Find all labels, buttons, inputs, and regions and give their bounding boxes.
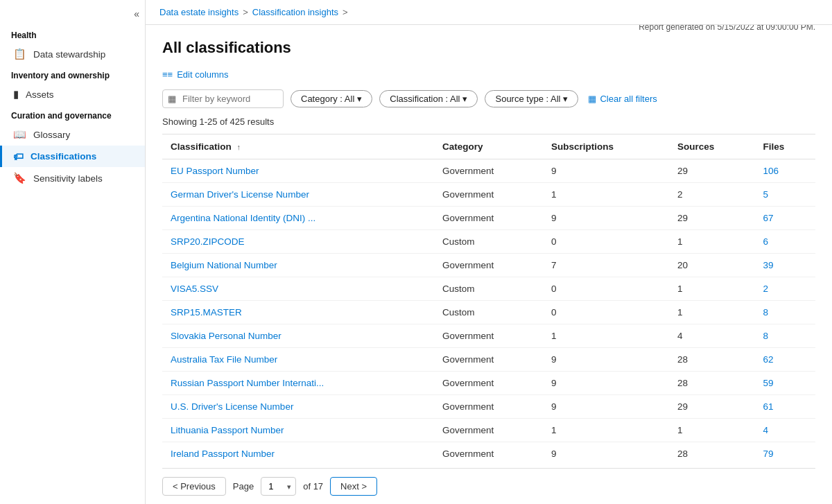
clear-filters-button[interactable]: ▦ Clear all filters bbox=[588, 94, 657, 104]
category-cell: Government bbox=[434, 324, 543, 348]
classification-cell[interactable]: German Driver's License Number bbox=[162, 183, 434, 207]
filter-icon: ▦ bbox=[168, 94, 176, 104]
files-cell[interactable]: 79 bbox=[755, 442, 816, 466]
sort-icon[interactable]: ↑ bbox=[237, 143, 241, 151]
subscriptions-cell: 7 bbox=[543, 254, 669, 277]
page-title: All classifications bbox=[162, 39, 291, 57]
sources-cell: 29 bbox=[669, 159, 754, 183]
col-files: Files bbox=[755, 134, 816, 159]
classification-cell[interactable]: SRP15.MASTER bbox=[162, 301, 434, 324]
files-cell[interactable]: 8 bbox=[755, 301, 816, 324]
col-category: Category bbox=[434, 134, 543, 159]
files-cell[interactable]: 106 bbox=[755, 159, 816, 183]
sidebar-section-inventory: Inventory and ownership bbox=[0, 65, 145, 83]
subscriptions-cell: 9 bbox=[543, 348, 669, 372]
collapse-button[interactable]: « bbox=[134, 8, 139, 19]
subscriptions-cell: 0 bbox=[543, 301, 669, 324]
sidebar-label-classifications: Classifications bbox=[31, 151, 96, 162]
files-cell[interactable]: 4 bbox=[755, 419, 816, 442]
classification-cell[interactable]: Belgium National Number bbox=[162, 254, 434, 277]
table-row: Lithuania Passport NumberGovernment114 bbox=[162, 419, 815, 442]
classifications-table-wrap[interactable]: Classification ↑ Category Subscriptions … bbox=[162, 134, 815, 465]
category-cell: Government bbox=[434, 254, 543, 277]
classifications-icon: 🏷 bbox=[13, 150, 24, 162]
sources-cell: 29 bbox=[669, 395, 754, 419]
sidebar-item-data-stewardship[interactable]: 📋 Data stewardship bbox=[0, 43, 145, 65]
sources-cell: 28 bbox=[669, 442, 754, 466]
content-area: All classifications Report generated on … bbox=[146, 25, 832, 504]
subscriptions-cell: 1 bbox=[543, 419, 669, 442]
classification-cell[interactable]: Slovakia Personal Number bbox=[162, 324, 434, 348]
subscriptions-cell: 9 bbox=[543, 159, 669, 183]
data-stewardship-icon: 📋 bbox=[13, 48, 26, 60]
category-filter-label: Category : All bbox=[301, 94, 354, 104]
subscriptions-cell: 0 bbox=[543, 277, 669, 301]
classification-cell[interactable]: Argentina National Identity (DNI) ... bbox=[162, 207, 434, 230]
glossary-icon: 📖 bbox=[13, 128, 26, 141]
of-label: of 17 bbox=[303, 481, 323, 492]
files-cell[interactable]: 59 bbox=[755, 372, 816, 395]
files-cell[interactable]: 2 bbox=[755, 277, 816, 301]
classification-cell[interactable]: U.S. Driver's License Number bbox=[162, 395, 434, 419]
category-filter-pill[interactable]: Category : All ▾ bbox=[291, 90, 372, 107]
col-classification: Classification ↑ bbox=[162, 134, 434, 159]
keyword-input[interactable] bbox=[162, 89, 284, 108]
classification-cell[interactable]: SRP20.ZIPCODE bbox=[162, 230, 434, 254]
category-chevron-icon: ▾ bbox=[357, 94, 362, 104]
col-sources: Sources bbox=[669, 134, 754, 159]
classification-cell[interactable]: EU Passport Number bbox=[162, 159, 434, 183]
page-select-wrap: 1234567891011121314151617 bbox=[261, 477, 296, 496]
source-type-filter-pill[interactable]: Source type : All ▾ bbox=[485, 90, 578, 107]
table-row: EU Passport NumberGovernment929106 bbox=[162, 159, 815, 183]
files-cell[interactable]: 6 bbox=[755, 230, 816, 254]
subscriptions-cell: 9 bbox=[543, 372, 669, 395]
category-cell: Government bbox=[434, 419, 543, 442]
sources-cell: 20 bbox=[669, 254, 754, 277]
files-cell[interactable]: 8 bbox=[755, 324, 816, 348]
edit-columns-icon: ≡≡ bbox=[162, 69, 173, 80]
pagination: < Previous Page 123456789101112131415161… bbox=[162, 468, 815, 504]
table-body: EU Passport NumberGovernment929106German… bbox=[162, 159, 815, 466]
classification-cell[interactable]: Russian Passport Number Internati... bbox=[162, 372, 434, 395]
breadcrumb-data-estate[interactable]: Data estate insights bbox=[159, 7, 239, 17]
sidebar-collapse-area: « bbox=[0, 6, 145, 25]
table-row: Russian Passport Number Internati...Gove… bbox=[162, 372, 815, 395]
classification-cell[interactable]: Lithuania Passport Number bbox=[162, 419, 434, 442]
report-info: Report generated on 5/15/2022 at 09:00:0… bbox=[639, 25, 815, 32]
classification-cell[interactable]: VISA5.SSV bbox=[162, 277, 434, 301]
files-cell[interactable]: 62 bbox=[755, 348, 816, 372]
sidebar-item-sensitivity-labels[interactable]: 🔖 Sensitivity labels bbox=[0, 167, 145, 189]
breadcrumb-sep-2: > bbox=[343, 7, 348, 17]
table-header-row: Classification ↑ Category Subscriptions … bbox=[162, 134, 815, 159]
classification-filter-pill[interactable]: Classification : All ▾ bbox=[379, 90, 478, 107]
files-cell[interactable]: 61 bbox=[755, 395, 816, 419]
classification-cell[interactable]: Australia Tax File Number bbox=[162, 348, 434, 372]
files-cell[interactable]: 67 bbox=[755, 207, 816, 230]
category-cell: Government bbox=[434, 442, 543, 466]
breadcrumb-classification-insights[interactable]: Classification insights bbox=[252, 7, 338, 17]
filters-bar: ▦ Category : All ▾ Classification : All … bbox=[162, 89, 815, 108]
breadcrumb: Data estate insights > Classification in… bbox=[146, 0, 832, 25]
sidebar-item-glossary[interactable]: 📖 Glossary bbox=[0, 123, 145, 146]
next-button[interactable]: Next > bbox=[330, 477, 377, 496]
sources-cell: 28 bbox=[669, 348, 754, 372]
page-label: Page bbox=[233, 481, 254, 492]
previous-button[interactable]: < Previous bbox=[162, 477, 226, 496]
sidebar-label-glossary: Glossary bbox=[33, 130, 70, 140]
sidebar-item-classifications[interactable]: 🏷 Classifications bbox=[0, 146, 145, 167]
subscriptions-cell: 9 bbox=[543, 395, 669, 419]
sources-cell: 1 bbox=[669, 277, 754, 301]
category-cell: Government bbox=[434, 183, 543, 207]
category-cell: Government bbox=[434, 207, 543, 230]
source-type-filter-label: Source type : All bbox=[495, 94, 560, 104]
sidebar-item-assets[interactable]: ▮ Assets bbox=[0, 83, 145, 105]
table-row: German Driver's License NumberGovernment… bbox=[162, 183, 815, 207]
files-cell[interactable]: 39 bbox=[755, 254, 816, 277]
table-row: Ireland Passport NumberGovernment92879 bbox=[162, 442, 815, 466]
edit-columns-button[interactable]: ≡≡ Edit columns bbox=[162, 69, 815, 80]
files-cell[interactable]: 5 bbox=[755, 183, 816, 207]
sources-cell: 2 bbox=[669, 183, 754, 207]
classification-cell[interactable]: Ireland Passport Number bbox=[162, 442, 434, 466]
subscriptions-cell: 1 bbox=[543, 183, 669, 207]
page-select[interactable]: 1234567891011121314151617 bbox=[261, 477, 296, 496]
